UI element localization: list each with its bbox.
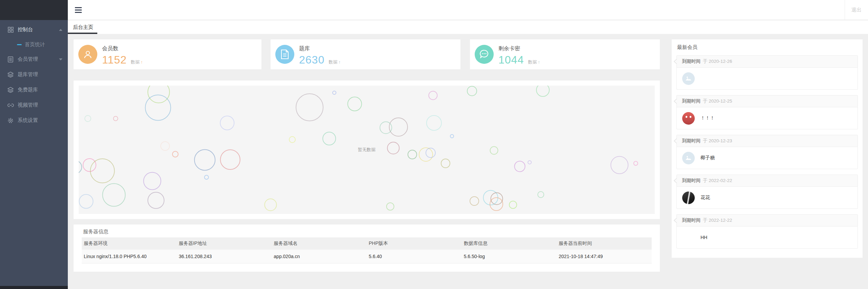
member-card: 到期时间 于 2022-12-22 HH bbox=[676, 214, 858, 249]
bubble bbox=[289, 136, 296, 143]
member-card-header: 到期时间 于 2020-12-23 bbox=[677, 135, 857, 147]
sidebar-item-members[interactable]: 会员管理 bbox=[0, 52, 68, 67]
bubble bbox=[611, 156, 629, 174]
avatar bbox=[682, 72, 695, 85]
member-card-body: ！！！ bbox=[677, 107, 857, 129]
expire-time-label: 到期时间 bbox=[682, 98, 701, 104]
active-indicator bbox=[17, 44, 22, 45]
stat-title: 题库 bbox=[299, 45, 310, 52]
bubble bbox=[332, 91, 336, 95]
sidebar-item-console[interactable]: 控制台 bbox=[0, 22, 68, 37]
member-card-header: 到期时间 于 2022-02-22 bbox=[677, 175, 857, 187]
bubble bbox=[145, 95, 171, 121]
sidebar: 控制台 首页统计 会员管理 题库管理 免费题库 bbox=[0, 0, 68, 289]
sidebar-item-settings[interactable]: 系统设置 bbox=[0, 113, 68, 128]
stat-card-question-bank: 题库 2630 数据 ↑ bbox=[271, 39, 460, 69]
sidebar-item-label: 系统设置 bbox=[18, 117, 38, 124]
gear-icon bbox=[7, 118, 14, 124]
bubble bbox=[220, 149, 240, 170]
empty-data-text: 暂无数据 bbox=[358, 147, 376, 153]
stat-sub-label: 数据 bbox=[528, 59, 537, 65]
table-row: Linux nginx/1.18.0 PHP5.6.40 36.161.208.… bbox=[82, 250, 652, 264]
sidebar-item-label: 首页统计 bbox=[25, 41, 45, 48]
bubble bbox=[147, 192, 164, 209]
stat-card-members: 会员数 1152 数据 ↑ bbox=[74, 39, 261, 69]
stat-sub-label: 数据 bbox=[329, 59, 337, 65]
column-header: 数据库信息 bbox=[462, 237, 557, 250]
expire-date: 于 2022-12-22 bbox=[703, 217, 732, 223]
sidebar-item-label: 视频管理 bbox=[18, 102, 38, 108]
avatar bbox=[682, 192, 695, 204]
sidebar-item-home-stats[interactable]: 首页统计 bbox=[0, 37, 68, 52]
tab-bar: 后台主页 bbox=[68, 20, 868, 34]
bubble-plot: 暂无数据 bbox=[79, 86, 655, 214]
stat-sub-label: 数据 bbox=[131, 59, 140, 65]
bubble bbox=[528, 160, 532, 164]
stat-value: 1044 bbox=[498, 54, 524, 66]
expire-time-label: 到期时间 bbox=[682, 138, 701, 144]
member-card-body: 花花 bbox=[677, 187, 857, 209]
grid-icon bbox=[7, 27, 14, 33]
document-icon bbox=[7, 56, 14, 62]
expire-date: 于 2020-12-23 bbox=[703, 138, 732, 144]
bubble bbox=[102, 183, 125, 207]
avatar bbox=[682, 152, 695, 164]
bubble bbox=[172, 151, 179, 157]
tab-backend-home[interactable]: 后台主页 bbox=[73, 20, 93, 34]
server-info-title: 服务器信息 bbox=[83, 229, 108, 235]
bubble bbox=[347, 97, 362, 111]
member-card: 到期时间 于 2022-02-22 花花 bbox=[676, 175, 858, 209]
stat-card-remaining-cards: 剩余卡密 1044 数据 ↑ bbox=[470, 39, 660, 69]
bubble bbox=[79, 194, 94, 209]
bubble bbox=[322, 132, 336, 145]
expire-date: 于 2020-12-26 bbox=[703, 58, 732, 65]
member-name: ！！！ bbox=[701, 115, 715, 121]
bubble bbox=[536, 86, 550, 97]
bubble bbox=[408, 150, 417, 159]
bubble bbox=[90, 158, 115, 183]
column-header: 服务器当前时间 bbox=[557, 237, 652, 250]
bubble bbox=[113, 116, 118, 121]
expire-time-label: 到期时间 bbox=[682, 58, 701, 65]
bubble bbox=[220, 115, 235, 130]
php-version-value: 5.6.40 bbox=[367, 250, 461, 263]
expire-date: 于 2022-02-22 bbox=[703, 178, 732, 184]
bubble bbox=[633, 161, 638, 166]
bubble bbox=[264, 199, 277, 211]
member-card-body: 椰子糖 bbox=[677, 147, 857, 169]
chevron-up-icon bbox=[59, 29, 62, 31]
bubble bbox=[428, 91, 437, 100]
bubble bbox=[296, 93, 323, 121]
column-header: 服务器IP地址 bbox=[177, 237, 272, 250]
column-header: 服务器域名 bbox=[272, 237, 367, 250]
database-info-value: 5.6.50-log bbox=[462, 250, 557, 263]
table-header-row: 服务器环境 服务器IP地址 服务器域名 PHP版本 数据库信息 服务器当前时间 bbox=[82, 237, 652, 250]
sidebar-item-free-question-bank[interactable]: 免费题库 bbox=[0, 82, 68, 97]
member-card: 到期时间 于 2020-12-23 椰子糖 bbox=[676, 135, 858, 169]
layers-icon bbox=[7, 72, 14, 78]
bubble bbox=[143, 172, 161, 190]
member-card-body bbox=[677, 68, 857, 89]
sidebar-item-label: 题库管理 bbox=[18, 71, 38, 78]
stat-title: 剩余卡密 bbox=[498, 45, 520, 52]
member-name: 花花 bbox=[701, 195, 710, 201]
sidebar-item-video[interactable]: 视频管理 bbox=[0, 97, 68, 113]
sidebar-nav: 控制台 首页统计 会员管理 题库管理 免费题库 bbox=[0, 20, 68, 128]
column-header: 服务器环境 bbox=[82, 237, 177, 250]
bubble bbox=[194, 149, 216, 171]
user-icon bbox=[78, 45, 97, 64]
member-card-header: 到期时间 于 2022-12-22 bbox=[677, 215, 857, 227]
sidebar-item-label: 控制台 bbox=[18, 26, 33, 33]
avatar bbox=[682, 112, 695, 125]
trend-up-icon: ↑ bbox=[338, 59, 341, 65]
member-card: 到期时间 于 2020-12-25 ！！！ bbox=[676, 95, 858, 129]
bubble bbox=[450, 134, 454, 138]
server-domain-value: app.020a.cn bbox=[272, 250, 367, 263]
bubble bbox=[84, 115, 91, 122]
menu-toggle-button[interactable] bbox=[75, 6, 82, 14]
sidebar-item-question-bank[interactable]: 题库管理 bbox=[0, 67, 68, 82]
logout-button[interactable]: 退出 bbox=[845, 0, 868, 20]
bubble bbox=[490, 146, 498, 155]
stat-value: 1152 bbox=[102, 54, 127, 66]
trend-up-icon: ↑ bbox=[538, 59, 540, 65]
